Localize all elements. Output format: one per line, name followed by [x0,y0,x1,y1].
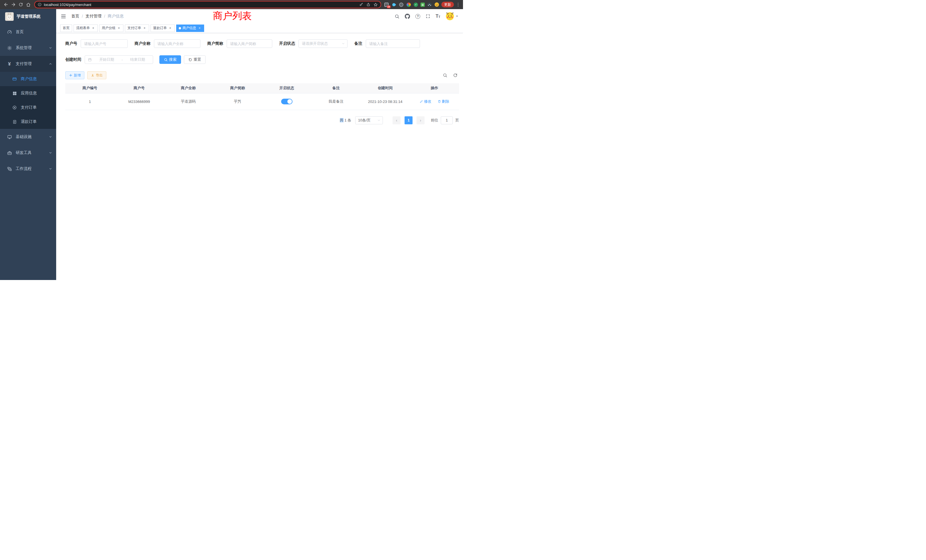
extension-check-icon[interactable] [414,3,418,7]
col-merchant-no: 商户号 [115,83,164,93]
sidebar-subitem-app-info[interactable]: 应用信息 [0,86,56,100]
chevron-down-icon [49,46,52,50]
next-page-button[interactable] [416,117,425,124]
extension-colorwheel-icon[interactable] [406,2,411,7]
extension-paw-icon[interactable] [427,3,432,7]
merchant-short-name-input[interactable] [227,39,272,48]
status-select-placeholder: 请选择开启状态 [302,41,328,46]
share-icon[interactable] [366,3,370,6]
export-button-label: 导出 [96,73,103,78]
cell-create-time: 2021-10-23 08:31:14 [361,93,410,110]
merchant-no-input[interactable] [81,39,128,48]
close-icon[interactable] [168,26,172,30]
close-icon[interactable] [142,26,147,30]
breadcrumb: 首页 / 支付管理 / 商户信息 [71,14,124,19]
cell-remark: 我是备注 [311,93,361,110]
sidebar-subitem-refund-order[interactable]: 退款订单 [0,115,56,129]
tab-user-group[interactable]: 用户分组 [99,24,123,32]
bookmark-star-icon[interactable] [374,3,378,7]
sidebar-item-home[interactable]: 首页 [0,24,56,40]
page-info-icon[interactable] [38,3,42,6]
reload-button[interactable] [17,1,24,8]
back-button[interactable] [2,1,10,8]
plus-icon [69,74,73,77]
avatar [446,12,454,21]
sidebar-item-system[interactable]: 系统管理 [0,40,56,56]
close-icon[interactable] [91,26,95,30]
forward-button[interactable] [10,1,17,8]
search-button[interactable]: 搜索 [159,55,181,64]
close-icon[interactable] [117,26,121,30]
delete-link[interactable]: 删除 [437,99,449,104]
sidebar-submenu-payment: 商户信息 应用信息 支付订单 [0,72,56,129]
search-icon[interactable] [395,14,399,19]
address-bar[interactable]: localhost:1024/pay/merchant [34,1,381,8]
extension-smiley-icon[interactable] [434,2,439,7]
github-icon[interactable] [405,14,410,19]
tab-label: 流程表单 [76,26,90,30]
sidebar-item-label: 工作流程 [16,166,32,171]
home-button[interactable] [24,1,32,8]
tab-home[interactable]: 首页 [60,24,72,32]
remark-input[interactable] [366,39,420,48]
card-icon [11,77,18,81]
toggle-search-icon[interactable] [441,71,449,79]
reset-button[interactable]: 重置 [184,55,206,64]
extension-grid-icon[interactable]: 10 [384,2,389,7]
font-size-icon[interactable] [436,14,440,18]
sidebar-item-infrastructure[interactable]: 基础设施 [0,129,56,145]
user-avatar-menu[interactable] [446,12,458,21]
date-range-separator: - [121,58,123,62]
chrome-update-button[interactable]: 更新 [441,2,454,8]
download-icon [91,74,94,77]
goto-page-input[interactable] [441,117,453,124]
extension-drop-icon[interactable] [392,2,396,7]
status-toggle[interactable] [281,98,292,104]
col-status: 开启状态 [262,83,312,93]
refresh-table-icon[interactable] [452,71,459,79]
document-icon [11,120,18,124]
hamburger-icon[interactable] [61,14,66,19]
sidebar-item-workflow[interactable]: 工作流程 [0,161,56,177]
prev-page-button[interactable] [393,117,401,124]
create-time-range-picker[interactable]: 开始日期 - 结束日期 [85,55,153,64]
trash-icon [437,100,441,103]
workflow-icon [6,166,12,171]
page-number-1[interactable]: 1 [404,117,413,124]
page-size-select[interactable]: 10条/页 [355,117,383,124]
table-header-row: 商户编号 商户号 商户全称 商户简称 开启状态 备注 创建时间 操作 [65,83,459,93]
cell-full-name: 芋道源码 [163,93,213,110]
export-button[interactable]: 导出 [87,71,106,79]
extension-book-icon[interactable] [421,3,425,7]
tab-merchant-info[interactable]: 商户信息 [176,24,204,32]
chrome-menu-icon[interactable] [455,2,461,7]
tab-pay-order[interactable]: 支付订单 [125,24,149,32]
status-select[interactable]: 请选择开启状态 [298,39,348,48]
yen-icon: ¥ [6,62,12,67]
sidebar-subitem-pay-order[interactable]: 支付订单 [0,100,56,115]
app-title: 芋道管理系统 [17,14,41,19]
edit-link[interactable]: 修改 [420,99,431,104]
page-content: 商户号 商户全称 商户简称 开启状态 请选择开启状态 [56,33,463,280]
sidebar-item-dev-tools[interactable]: 研发工具 [0,145,56,161]
fullscreen-icon[interactable] [426,14,430,18]
tab-label: 支付订单 [127,26,141,30]
sidebar-item-payment[interactable]: ¥ 支付管理 [0,56,56,72]
password-key-icon[interactable] [359,3,363,6]
browser-chrome: localhost:1024/pay/merchant 10 [0,0,463,9]
breadcrumb-pay[interactable]: 支付管理 [86,14,101,19]
extension-dark-icon[interactable] [399,2,404,7]
merchant-table: 商户编号 商户号 商户全称 商户简称 开启状态 备注 创建时间 操作 1 [65,83,459,110]
close-icon[interactable] [198,26,201,30]
sidebar-subitem-merchant-info[interactable]: 商户信息 [0,72,56,86]
extension-toolbar: 10 [384,2,439,7]
chevron-down-icon [342,42,345,45]
help-icon[interactable] [415,14,420,19]
tab-process-form[interactable]: 流程表单 [74,24,98,32]
breadcrumb-home[interactable]: 首页 [71,14,79,19]
cell-merchant-no: M233666999 [115,93,164,110]
chevron-down-icon [49,151,52,154]
tab-refund-order[interactable]: 退款订单 [151,24,175,32]
merchant-name-input[interactable] [154,39,200,48]
add-button[interactable]: 新增 [65,71,85,79]
